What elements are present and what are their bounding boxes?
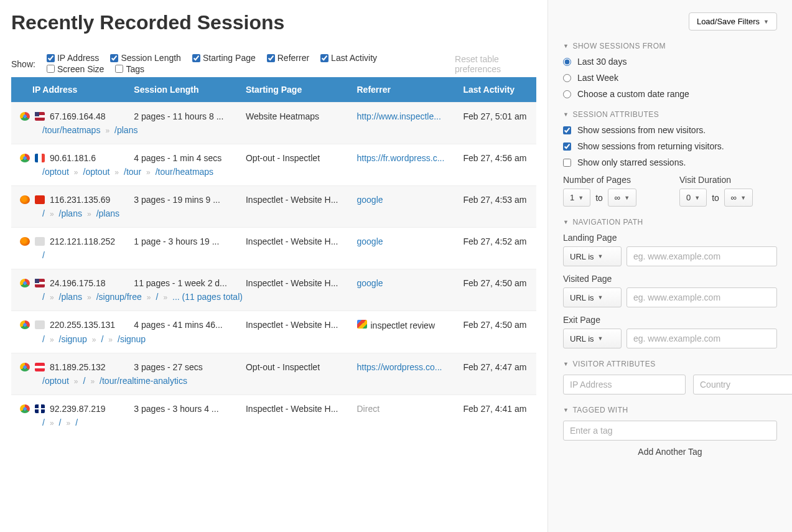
- column-header[interactable]: Starting Page: [237, 77, 348, 103]
- column-toggle-ip[interactable]: IP Address: [47, 53, 99, 63]
- checkbox[interactable]: [110, 54, 118, 62]
- path-segment[interactable]: /tour/realtime-analytics: [100, 376, 187, 386]
- starting-page: Opt-out - Inspectlet: [237, 353, 348, 376]
- table-row[interactable]: 81.189.25.1323 pages - 27 secsOpt-out - …: [11, 353, 536, 376]
- column-toggle-ref[interactable]: Referrer: [267, 53, 309, 63]
- visited-url-mode-select[interactable]: URL is▼: [563, 287, 622, 307]
- column-header[interactable]: IP Address: [11, 77, 125, 103]
- path-segment[interactable]: /plans: [59, 292, 82, 302]
- column-toggle-length[interactable]: Session Length: [110, 53, 181, 63]
- path-segment[interactable]: /: [156, 292, 158, 302]
- path-segment[interactable]: /: [59, 418, 62, 427]
- visitor-ip-input[interactable]: [563, 375, 686, 394]
- reset-table-link[interactable]: Reset table preferences: [455, 54, 536, 74]
- referrer: inspectlet review: [371, 320, 436, 330]
- column-header[interactable]: Last Activity: [454, 77, 536, 103]
- path-segment[interactable]: /tour: [124, 167, 141, 177]
- session-attr-option[interactable]: Show sessions from returning visitors.: [563, 141, 777, 151]
- path-segment[interactable]: /tour/heatmaps: [156, 167, 213, 177]
- visited-page-input[interactable]: [627, 287, 777, 307]
- load-save-filters-button[interactable]: Load/Save Filters▼: [689, 12, 777, 30]
- section-show-sessions-from[interactable]: ▼ SHOW SESSIONS FROM: [563, 42, 777, 50]
- date-range-option[interactable]: Last Week: [563, 73, 777, 83]
- column-header[interactable]: Session Length: [125, 77, 237, 103]
- path-segment[interactable]: /optout: [42, 167, 69, 177]
- path-segment[interactable]: /optout: [42, 376, 69, 386]
- path-segment[interactable]: /signup: [118, 334, 146, 344]
- path-segment[interactable]: /: [42, 208, 45, 218]
- referrer[interactable]: https://fr.wordpress.c...: [357, 153, 445, 163]
- section-session-attributes[interactable]: ▼ SESSION ATTRIBUTES: [563, 110, 777, 119]
- table-row[interactable]: 67.169.164.482 pages - 11 hours 8 ...Web…: [11, 103, 536, 126]
- path-segment[interactable]: /: [42, 292, 45, 302]
- tag-input[interactable]: [563, 421, 777, 441]
- duration-to-select[interactable]: ∞▼: [724, 189, 753, 207]
- duration-from-select[interactable]: 0▼: [679, 189, 707, 207]
- path-segment[interactable]: /: [42, 250, 45, 260]
- column-toggle-start[interactable]: Starting Page: [192, 53, 256, 63]
- table-row[interactable]: 212.121.118.2521 page - 3 hours 19 ...In…: [11, 228, 536, 251]
- pages-from-select[interactable]: 1▼: [563, 189, 590, 207]
- referrer[interactable]: google: [357, 236, 383, 246]
- pages-to-select[interactable]: ∞▼: [608, 189, 636, 207]
- table-row[interactable]: 24.196.175.1811 pages - 1 week 2 d...Ins…: [11, 269, 536, 292]
- landing-page-input[interactable]: [627, 246, 777, 266]
- path-segment[interactable]: /plans: [59, 208, 82, 218]
- radio[interactable]: [563, 90, 571, 98]
- checkbox[interactable]: [320, 54, 328, 62]
- visitor-country-input[interactable]: [693, 375, 792, 394]
- exit-url-mode-select[interactable]: URL is▼: [563, 329, 622, 348]
- checkbox[interactable]: [47, 54, 55, 62]
- table-row[interactable]: 90.61.181.64 pages - 1 min 4 secsOpt-out…: [11, 144, 536, 167]
- session-attr-option[interactable]: Show only starred sessions.: [563, 157, 777, 167]
- table-row[interactable]: 220.255.135.1314 pages - 41 mins 46...In…: [11, 311, 536, 335]
- path-segment[interactable]: /: [75, 418, 78, 427]
- ip-address: 92.239.87.219: [50, 404, 106, 414]
- session-attr-option[interactable]: Show sessions from new visitors.: [563, 125, 777, 135]
- path-segment[interactable]: /signup/free: [96, 292, 142, 302]
- column-toggle-screen[interactable]: Screen Size: [47, 64, 104, 74]
- referrer[interactable]: https://wordpress.co...: [357, 362, 442, 372]
- path-segment[interactable]: /signup: [59, 334, 87, 344]
- referrer[interactable]: google: [357, 278, 383, 288]
- checkbox[interactable]: [47, 65, 55, 73]
- path-segment[interactable]: /plans: [96, 208, 119, 218]
- checkbox[interactable]: [563, 142, 571, 151]
- referrer[interactable]: http://www.inspectle...: [357, 111, 441, 121]
- checkbox[interactable]: [192, 54, 200, 62]
- path-segment[interactable]: /tour/heatmaps: [42, 125, 100, 135]
- radio-label: Choose a custom date range: [577, 89, 689, 99]
- path-segment[interactable]: /: [101, 334, 103, 344]
- table-row[interactable]: 92.239.87.2193 pages - 3 hours 4 ...Insp…: [11, 395, 536, 418]
- path-segment[interactable]: /plans: [114, 125, 137, 135]
- date-range-option[interactable]: Choose a custom date range: [563, 89, 777, 99]
- column-toggle-tags[interactable]: Tags: [115, 64, 144, 74]
- column-header[interactable]: Referrer: [348, 77, 455, 103]
- date-range-option[interactable]: Last 30 days: [563, 57, 777, 67]
- section-tagged-with[interactable]: ▼ TAGGED WITH: [563, 406, 777, 414]
- path-segment[interactable]: /optout: [83, 167, 110, 177]
- checkbox[interactable]: [563, 126, 571, 134]
- referrer[interactable]: google: [357, 195, 383, 205]
- exit-page-input[interactable]: [627, 329, 777, 348]
- column-toggle-last[interactable]: Last Activity: [320, 53, 377, 63]
- path-segment[interactable]: ... (11 pages total): [172, 292, 243, 302]
- path-segment[interactable]: /: [83, 376, 86, 386]
- landing-url-mode-select[interactable]: URL is▼: [563, 246, 622, 266]
- column-toggle-label: Session Length: [121, 53, 181, 63]
- radio[interactable]: [563, 58, 571, 66]
- path-segment[interactable]: /: [42, 418, 45, 427]
- add-another-tag-link[interactable]: Add Another Tag: [563, 447, 777, 457]
- table-row[interactable]: 116.231.135.693 pages - 19 mins 9 ...Ins…: [11, 186, 536, 209]
- radio[interactable]: [563, 74, 571, 82]
- section-navigation-path[interactable]: ▼ NAVIGATION PATH: [563, 218, 777, 226]
- checkbox-label: Show only starred sessions.: [577, 157, 686, 167]
- last-activity: Feb 27, 5:01 am: [454, 103, 536, 126]
- column-toggle-label: Tags: [126, 64, 144, 74]
- checkbox[interactable]: [115, 65, 123, 73]
- checkbox[interactable]: [563, 159, 571, 167]
- path-segment[interactable]: /: [42, 334, 45, 344]
- section-visitor-attributes[interactable]: ▼ VISITOR ATTRIBUTES: [563, 360, 777, 368]
- checkbox[interactable]: [267, 54, 275, 62]
- chevron-right-icon: »: [92, 335, 96, 344]
